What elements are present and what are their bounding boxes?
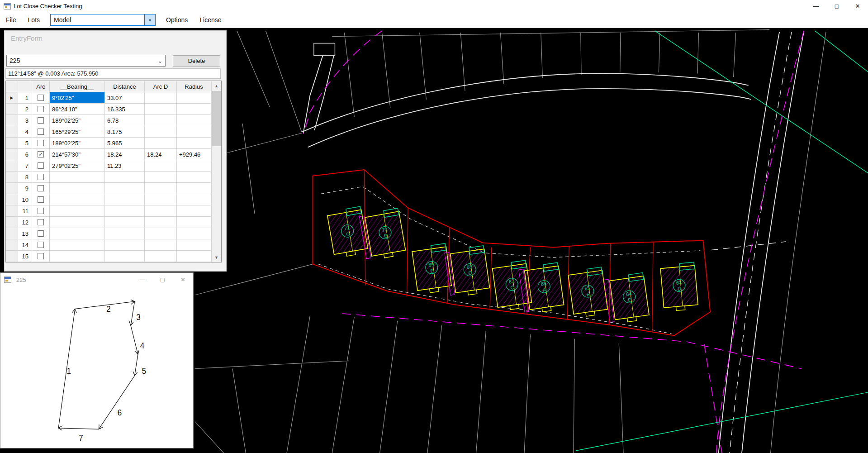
arc-distance-cell[interactable] [145,138,177,149]
distance-cell[interactable]: 5.965 [105,138,145,149]
radius-cell[interactable] [177,217,211,228]
radius-cell[interactable] [177,115,211,126]
bearing-cell[interactable]: 214°57'30" [50,149,105,160]
row-indicator-cell[interactable] [6,228,18,239]
arc-checkbox-cell[interactable] [32,239,50,251]
arc-checkbox[interactable] [38,140,44,146]
arc-checkbox[interactable] [38,129,44,135]
bearing-cell[interactable] [50,183,105,194]
grid-header-cell[interactable]: Arc [32,81,50,92]
arc-checkbox[interactable] [38,242,44,248]
distance-cell[interactable]: 16.335 [105,104,145,115]
row-indicator-cell[interactable] [6,172,18,183]
row-indicator-cell[interactable] [6,251,18,262]
distance-cell[interactable] [105,183,145,194]
bearing-cell[interactable]: 279°02'25" [50,160,105,172]
radius-cell[interactable] [177,251,211,262]
arc-checkbox[interactable] [38,185,44,191]
row-indicator-cell[interactable] [6,160,18,172]
arc-distance-cell[interactable] [145,217,177,228]
lot-combobox[interactable]: 225 ⌄ [6,55,166,67]
row-indicator-cell[interactable] [6,205,18,217]
arc-distance-cell[interactable] [145,115,177,126]
combobox-dropdown-button[interactable]: ▾ [144,14,155,25]
distance-cell[interactable] [105,228,145,239]
bearing-cell[interactable] [50,239,105,251]
arc-checkbox[interactable] [38,117,44,124]
bearing-cell[interactable] [50,194,105,205]
row-number-cell[interactable]: 10 [18,194,32,205]
arc-checkbox-cell[interactable] [32,138,50,149]
radius-cell[interactable] [177,194,211,205]
grid-header-cell[interactable] [18,81,32,92]
radius-cell[interactable] [177,183,211,194]
row-indicator-cell[interactable] [6,115,18,126]
arc-checkbox-cell[interactable] [32,160,50,172]
row-number-cell[interactable]: 14 [18,239,32,251]
maximize-button[interactable]: ▢ [826,0,847,12]
arc-distance-cell[interactable] [145,104,177,115]
radius-cell[interactable] [177,205,211,217]
row-number-cell[interactable]: 1 [18,92,32,104]
arc-distance-cell[interactable] [145,92,177,104]
arc-checkbox[interactable] [38,162,44,169]
arc-checkbox[interactable] [38,196,44,203]
arc-distance-cell[interactable] [145,239,177,251]
radius-cell[interactable] [177,104,211,115]
distance-cell[interactable]: 18.24 [105,149,145,160]
distance-cell[interactable] [105,205,145,217]
arc-checkbox[interactable] [38,95,44,101]
arc-checkbox-cell[interactable] [32,126,50,138]
arc-checkbox-cell[interactable] [32,194,50,205]
close-button[interactable]: ✕ [173,273,193,286]
row-number-cell[interactable]: 3 [18,115,32,126]
bearing-cell[interactable]: 189°02'25" [50,115,105,126]
scrollbar-thumb[interactable] [212,91,221,146]
minimize-button[interactable]: — [132,273,152,286]
arc-distance-cell[interactable] [145,194,177,205]
row-number-cell[interactable]: 12 [18,217,32,228]
row-indicator-cell[interactable] [6,194,18,205]
bearing-cell[interactable]: 86°24'10" [50,104,105,115]
distance-cell[interactable]: 6.78 [105,115,145,126]
minimize-button[interactable]: — [806,0,826,12]
row-indicator-cell[interactable] [6,239,18,251]
grid-scrollbar[interactable]: ▲ ▼ [211,81,221,262]
arc-distance-cell[interactable] [145,228,177,239]
row-number-cell[interactable]: 5 [18,138,32,149]
arc-checkbox[interactable]: ✓ [38,151,44,157]
arc-checkbox-cell[interactable] [32,205,50,217]
arc-checkbox-cell[interactable] [32,172,50,183]
bearing-cell[interactable]: 165°29'25" [50,126,105,138]
bearing-cell[interactable]: 9°02'25" [50,92,105,104]
arc-checkbox-cell[interactable] [32,115,50,126]
row-indicator-cell[interactable] [6,149,18,160]
arc-checkbox[interactable] [38,208,44,214]
radius-cell[interactable] [177,126,211,138]
arc-distance-cell[interactable] [145,172,177,183]
row-indicator-cell[interactable] [6,138,18,149]
arc-distance-cell[interactable] [145,251,177,262]
distance-cell[interactable] [105,239,145,251]
bearing-cell[interactable] [50,217,105,228]
arc-distance-cell[interactable] [145,160,177,172]
arc-checkbox-cell[interactable]: ✓ [32,149,50,160]
row-indicator-cell[interactable] [6,126,18,138]
grid-header-cell[interactable]: Arc D [145,81,177,92]
bearing-cell[interactable] [50,172,105,183]
arc-checkbox[interactable] [38,219,44,225]
grid-header-cell[interactable]: __Bearing__ [50,81,105,92]
row-number-cell[interactable]: 11 [18,205,32,217]
scroll-up-icon[interactable]: ▲ [212,81,221,91]
grid-header-cell[interactable]: Radius [177,81,211,92]
row-indicator-cell[interactable] [6,183,18,194]
arc-distance-cell[interactable] [145,126,177,138]
radius-cell[interactable] [177,228,211,239]
bearing-cell[interactable]: 189°02'25" [50,138,105,149]
arc-checkbox[interactable] [38,253,44,259]
arc-distance-cell[interactable]: 18.24 [145,149,177,160]
row-number-cell[interactable]: 8 [18,172,32,183]
row-number-cell[interactable]: 13 [18,228,32,239]
row-indicator-cell[interactable] [6,217,18,228]
distance-cell[interactable] [105,172,145,183]
